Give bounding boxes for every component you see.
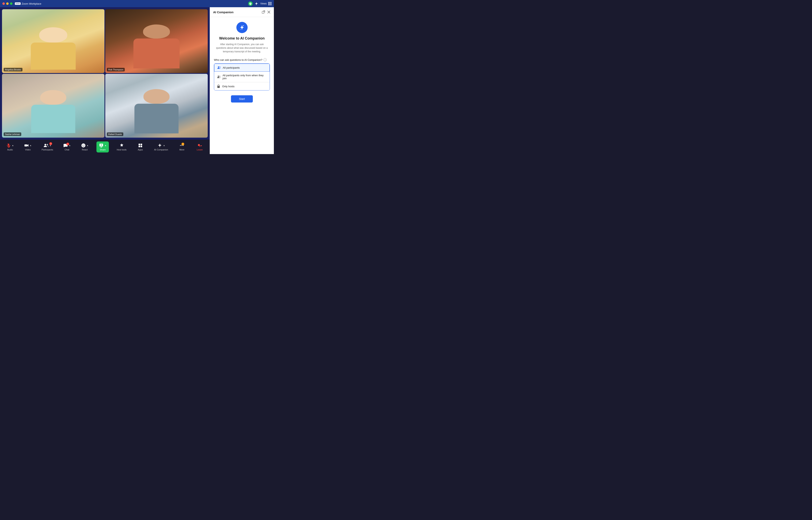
ai-companion-icon: [157, 143, 162, 148]
svg-rect-13: [141, 144, 142, 145]
ai-question-text: Who can ask questions to AI Companion?: [214, 58, 262, 61]
ai-welcome-desc: After starting AI Companion, you can ask…: [216, 43, 268, 53]
apps-label: Apps: [138, 149, 143, 151]
video-icon: [24, 143, 29, 148]
participant-label-1: Angelica Brooks: [4, 68, 23, 72]
info-icon[interactable]: i: [263, 58, 267, 61]
svg-point-8: [81, 144, 85, 148]
option-all-participants-join[interactable]: All participants only from when they joi…: [214, 72, 270, 82]
ai-sparkle-icon: [239, 24, 245, 30]
video-tile-4: Rafael Duarte: [105, 74, 208, 138]
svg-point-5: [45, 144, 46, 146]
toolbar-item-video[interactable]: ▲ Video: [22, 142, 34, 152]
svg-point-26: [218, 67, 219, 68]
chat-label: Chat: [64, 149, 69, 151]
option-only-hosts[interactable]: Only hosts: [214, 82, 270, 90]
video-area: Angelica Brooks Rob Thompson: [0, 7, 210, 140]
people-icon-1: [217, 66, 221, 69]
participant-label-4: Rafael Duarte: [107, 132, 123, 136]
chat-badge: 1: [66, 142, 69, 146]
toolbar-item-ai-companion[interactable]: ▲ AI Companion: [152, 142, 170, 152]
toolbar-item-participants[interactable]: 3 ▲ Participants: [40, 142, 55, 152]
video-label: Video: [25, 149, 31, 151]
option-all-participants[interactable]: All participants: [214, 63, 270, 72]
option-text-2: All participants only from when they joi…: [223, 74, 267, 80]
share-label: Share: [100, 149, 106, 151]
ai-panel-title: AI Companion: [213, 10, 233, 14]
video-tile-1: Angelica Brooks: [2, 9, 105, 73]
toolbar-item-leave[interactable]: Leave: [194, 142, 206, 152]
start-button[interactable]: Start: [231, 95, 253, 103]
option-text-3: Only hosts: [222, 85, 234, 88]
svg-point-6: [47, 144, 48, 145]
zoom-logo: zoom Zoom Workplace: [15, 2, 41, 5]
zoom-logo-text: Zoom Workplace: [22, 2, 41, 5]
ai-panel-actions: [261, 10, 271, 14]
ai-panel-header: AI Companion: [210, 7, 274, 17]
host-tools-label: Host tools: [117, 149, 127, 151]
ai-welcome-title: Welcome to AI Companion: [219, 36, 265, 41]
panel-close-button[interactable]: [267, 10, 271, 14]
ai-companion-caret: ▲: [163, 144, 165, 147]
video-caret: ▲: [30, 144, 32, 147]
ai-question-label: Who can ask questions to AI Companion? i: [214, 58, 270, 61]
lock-icon: [217, 84, 220, 88]
main-content: Angelica Brooks Rob Thompson: [0, 7, 274, 154]
participant-label-2: Rob Thompson: [107, 68, 125, 72]
toolbar-item-apps[interactable]: Apps: [134, 142, 146, 152]
maximize-button[interactable]: [10, 2, 12, 5]
svg-point-19: [198, 144, 200, 146]
shield-icon[interactable]: [248, 1, 253, 6]
svg-point-25: [240, 29, 241, 30]
ai-companion-label: AI Companion: [154, 149, 168, 151]
video-tile-2: Rob Thompson: [105, 9, 208, 73]
share-caret: ▲: [105, 144, 107, 147]
participants-label: Participants: [42, 149, 53, 151]
ai-companion-panel: AI Companion: [210, 7, 274, 154]
toolbar-item-share[interactable]: ▲ Share: [96, 141, 109, 153]
participant-label-3: Sasha Lehman: [4, 132, 21, 136]
svg-point-9: [82, 145, 83, 145]
video-tile-3: Sasha Lehman: [2, 74, 105, 138]
participants-badge: 3: [49, 142, 52, 145]
zoom-logo-icon: zoom: [15, 2, 21, 5]
minimize-button[interactable]: [6, 2, 9, 5]
svg-rect-14: [139, 146, 140, 147]
react-caret: ▲: [87, 144, 89, 147]
toolbar-item-chat[interactable]: 1 ▲ Chat: [61, 142, 73, 152]
leave-label: Leave: [197, 149, 203, 151]
leave-icon: [197, 143, 202, 148]
title-bar-actions: Views: [248, 1, 272, 6]
close-button[interactable]: [2, 2, 5, 5]
react-icon: [81, 143, 86, 148]
views-button[interactable]: Views: [260, 2, 272, 5]
people-icon-2: [217, 75, 221, 78]
toolbar-item-more[interactable]: 8 More: [176, 142, 188, 152]
svg-point-16: [180, 145, 181, 146]
svg-point-24: [243, 25, 244, 26]
audio-label: Audio: [7, 149, 13, 151]
title-bar: zoom Zoom Workplace Views: [0, 0, 274, 7]
svg-point-27: [220, 67, 221, 68]
option-text-1: All participants: [223, 66, 240, 69]
toolbar: ▲ Audio ▲ Video: [0, 140, 210, 154]
more-badge: 8: [181, 142, 184, 146]
ai-sparkle-header-icon[interactable]: [254, 1, 259, 6]
toolbar-item-audio[interactable]: ▲ Audio: [4, 142, 16, 152]
svg-rect-15: [141, 146, 142, 147]
panel-popout-button[interactable]: [261, 10, 265, 14]
svg-rect-12: [139, 144, 140, 145]
svg-rect-30: [217, 86, 220, 88]
toolbar-item-react[interactable]: ▲ React: [79, 142, 91, 152]
svg-point-28: [218, 76, 219, 77]
svg-line-21: [264, 11, 265, 12]
mic-icon: [6, 143, 11, 148]
svg-point-10: [84, 145, 84, 145]
grid-icon: [268, 2, 272, 5]
video-grid: Angelica Brooks Rob Thompson: [2, 9, 208, 138]
more-label: More: [179, 149, 185, 151]
svg-point-29: [219, 76, 220, 77]
svg-rect-4: [25, 145, 27, 147]
host-tools-icon: [119, 143, 124, 148]
toolbar-item-host-tools[interactable]: Host tools: [115, 142, 129, 152]
